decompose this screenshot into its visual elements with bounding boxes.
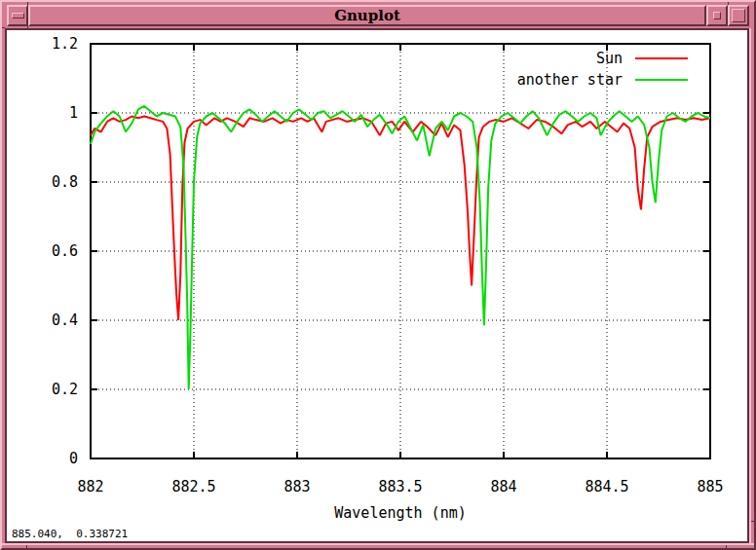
mouse-coordinates-readout: 885.040, 0.338721: [12, 528, 128, 540]
frame-joint: [728, 2, 729, 5]
frame-highlight: [749, 28, 751, 545]
legend-line-sample-another-star: [635, 79, 688, 81]
x-tick-label: 882: [61, 479, 120, 495]
titlebar-drag-area[interactable]: Gnuplot: [28, 5, 706, 26]
gnuplot-window: Gnuplot 882882.5883883.5884884.588500.20…: [0, 0, 756, 550]
y-tick-label: 0.4: [7, 312, 78, 328]
y-tick-label: 0.2: [7, 382, 78, 397]
x-tick-label: 883.5: [371, 479, 430, 495]
x-axis-title: Wavelength (nm): [334, 504, 466, 522]
minimize-button[interactable]: [706, 5, 728, 26]
legend-label-sun: Sun: [596, 50, 623, 67]
titlebar[interactable]: Gnuplot: [7, 5, 749, 26]
y-tick-label: 0.8: [7, 174, 78, 190]
frame-joint: [27, 2, 28, 28]
y-tick-label: 0: [7, 451, 78, 466]
x-tick-label: 884.5: [578, 479, 636, 495]
y-tick-label: 1.2: [7, 36, 78, 52]
x-tick-label: 883: [268, 479, 326, 495]
window-menu-icon: [12, 13, 24, 18]
frame-joint: [751, 521, 754, 522]
minimize-icon: [713, 12, 721, 19]
y-tick-label: 0.6: [7, 243, 78, 259]
legend-label-another-star: another star: [517, 71, 623, 89]
maximize-button[interactable]: [728, 5, 749, 26]
window-title: Gnuplot: [334, 7, 400, 24]
spectrum-plot-canvas[interactable]: [7, 30, 747, 541]
legend-entry-sun: Sun: [596, 50, 688, 67]
y-tick-label: 1: [7, 105, 78, 121]
legend-line-sample-sun: [635, 57, 688, 59]
x-tick-label: 885: [681, 479, 739, 495]
frame-highlight: [2, 543, 754, 545]
maximize-icon: [732, 9, 745, 22]
legend-entry-another-star: another star: [517, 71, 688, 89]
x-tick-label: 884: [474, 479, 533, 495]
plot-client-area[interactable]: 882882.5883883.5884884.588500.20.40.60.8…: [5, 28, 749, 543]
x-tick-label: 882.5: [165, 479, 223, 495]
window-menu-button[interactable]: [7, 5, 28, 26]
